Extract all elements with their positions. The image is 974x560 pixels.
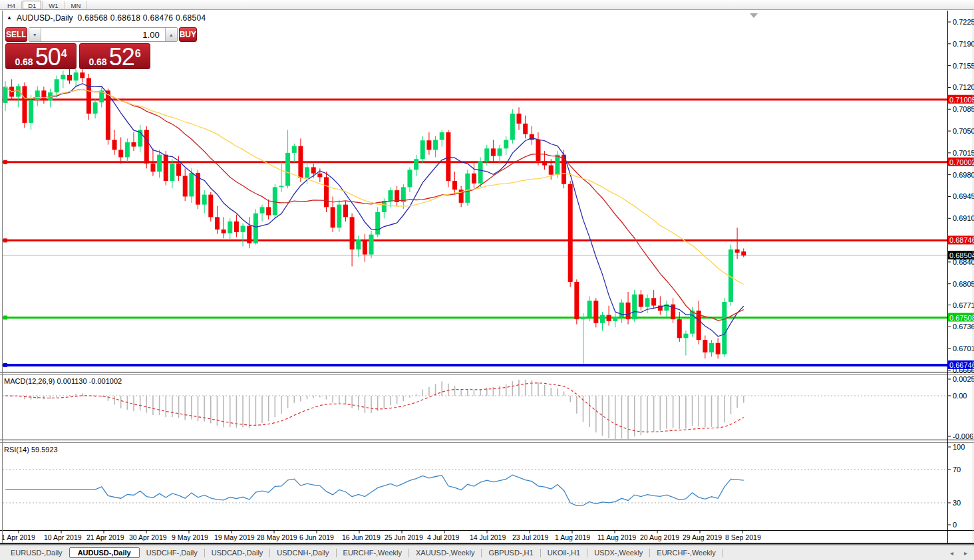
rsi-label: RSI(14) 59.5923 bbox=[4, 446, 58, 454]
svg-text:0.68504: 0.68504 bbox=[949, 251, 974, 259]
toolbar-divider bbox=[86, 1, 87, 9]
volume-input[interactable] bbox=[41, 28, 165, 41]
svg-text:30: 30 bbox=[953, 499, 961, 507]
svg-text:0.72250: 0.72250 bbox=[953, 18, 974, 26]
chart-shift-marker-icon[interactable] bbox=[750, 13, 758, 18]
date-axis[interactable]: 1 Apr 201910 Apr 201921 Apr 201930 Apr 2… bbox=[1, 531, 761, 541]
line-handle[interactable] bbox=[3, 238, 7, 242]
buy-price-big-digits: 52 bbox=[109, 45, 134, 69]
tab-usdcad-daily[interactable]: USDCAD-,Daily bbox=[205, 547, 270, 558]
tab-eurchf-weekly-2[interactable]: EURCHF-,Weekly bbox=[650, 547, 722, 558]
sell-price-pip-digit: 4 bbox=[61, 48, 67, 60]
sell-price-prefix: 0.68 bbox=[15, 57, 33, 67]
svg-text:25 Jun 2019: 25 Jun 2019 bbox=[385, 533, 423, 541]
svg-text:100: 100 bbox=[953, 443, 965, 451]
volume-decrease-icon[interactable]: ▼ bbox=[29, 28, 41, 41]
svg-text:0.71550: 0.71550 bbox=[953, 62, 974, 70]
tab-audusd-daily[interactable]: AUDUSD-,Daily bbox=[69, 547, 140, 558]
tab-scroll-right-icon[interactable]: ▸ bbox=[964, 549, 967, 557]
chart-title: ▲ AUDUSD-,Daily 0.68568 0.68618 0.68476 … bbox=[7, 13, 206, 23]
svg-text:9 May 2019: 9 May 2019 bbox=[172, 533, 208, 541]
svg-text:0.66746: 0.66746 bbox=[949, 361, 974, 369]
buy-price-prefix: 0.68 bbox=[88, 57, 106, 67]
rsi-axis[interactable]: 10070300 bbox=[947, 443, 965, 529]
svg-text:0.70850: 0.70850 bbox=[953, 105, 974, 113]
tab-eurchf-weekly[interactable]: EURCHF-,Weekly bbox=[337, 547, 408, 558]
svg-text:8 Sep 2019: 8 Sep 2019 bbox=[725, 533, 761, 541]
svg-text:19 May 2019: 19 May 2019 bbox=[214, 533, 255, 541]
svg-text:0.71200: 0.71200 bbox=[953, 83, 974, 91]
tab-xauusd-weekly[interactable]: XAUUSD-,Weekly bbox=[409, 547, 481, 558]
timeframe-button-mn[interactable]: MN bbox=[66, 1, 86, 9]
svg-text:MACD(12,26,9) 0.001130 -0.0010: MACD(12,26,9) 0.001130 -0.001002 bbox=[4, 377, 122, 385]
tab-ukoil-h1[interactable]: UKOil-,H1 bbox=[541, 547, 587, 558]
svg-text:20 Aug 2019: 20 Aug 2019 bbox=[640, 533, 679, 541]
svg-text:70: 70 bbox=[953, 466, 961, 474]
svg-text:0.67710: 0.67710 bbox=[953, 301, 974, 309]
macd-signal-line bbox=[5, 383, 744, 432]
timeframe-button-w1[interactable]: W1 bbox=[43, 1, 63, 9]
svg-text:0.71900: 0.71900 bbox=[953, 40, 974, 48]
svg-text:0.67010: 0.67010 bbox=[953, 345, 974, 352]
panel-borders bbox=[0, 11, 974, 545]
svg-text:0.71005: 0.71005 bbox=[949, 96, 974, 104]
svg-text:1 Apr 2019: 1 Apr 2019 bbox=[1, 533, 35, 541]
toolbar-divider bbox=[42, 1, 43, 9]
buy-price-pip-digit: 6 bbox=[135, 48, 141, 60]
macd-label: MACD(12,26,9) 0.001130 -0.001002 bbox=[4, 377, 122, 385]
chart-ohlc-readout: 0.68568 0.68618 0.68476 0.68504 bbox=[78, 13, 206, 23]
svg-text:-0.006326: -0.006326 bbox=[953, 432, 974, 440]
line-handle[interactable] bbox=[3, 363, 7, 367]
toolbar-divider bbox=[65, 1, 65, 9]
toolbar-divider bbox=[21, 1, 22, 9]
tab-usdcnh-daily[interactable]: USDCNH-,Daily bbox=[270, 547, 335, 558]
chart-tab-bar: EURUSD-,Daily AUDUSD-,Daily USDCHF-,Dail… bbox=[0, 545, 974, 560]
sell-price-button[interactable]: 0.68 50 4 bbox=[5, 43, 77, 69]
svg-text:23 Jul 2019: 23 Jul 2019 bbox=[512, 533, 548, 541]
svg-text:14 Jul 2019: 14 Jul 2019 bbox=[470, 533, 506, 541]
svg-text:29 Aug 2019: 29 Aug 2019 bbox=[683, 533, 722, 541]
svg-text:0.67508: 0.67508 bbox=[949, 314, 974, 322]
price-axis[interactable]: 0.722500.719000.715500.712000.708500.705… bbox=[947, 18, 974, 374]
rsi-line bbox=[5, 475, 744, 505]
svg-text:0.70150: 0.70150 bbox=[953, 149, 974, 157]
chart-symbol-label: AUDUSD-,Daily bbox=[17, 13, 73, 23]
tab-usdx-weekly[interactable]: USDX-,Weekly bbox=[587, 547, 649, 558]
tab-scroll-left-icon[interactable]: ◂ bbox=[950, 549, 953, 557]
tab-eurusd-daily[interactable]: EURUSD-,Daily bbox=[4, 547, 69, 558]
sell-price-big-digits: 50 bbox=[35, 45, 61, 69]
svg-text:16 Jun 2019: 16 Jun 2019 bbox=[342, 533, 381, 541]
svg-text:0: 0 bbox=[953, 521, 957, 529]
buy-button[interactable]: BUY bbox=[179, 27, 197, 42]
price-panel bbox=[3, 67, 947, 367]
timeframe-button-h4[interactable]: H4 bbox=[2, 1, 21, 9]
svg-text:4 Jul 2019: 4 Jul 2019 bbox=[427, 533, 460, 541]
line-handle[interactable] bbox=[3, 316, 7, 320]
svg-text:6 Jun 2019: 6 Jun 2019 bbox=[299, 533, 334, 541]
collapse-ohlc-icon[interactable]: ▲ bbox=[7, 15, 12, 21]
svg-text:30 Apr 2019: 30 Apr 2019 bbox=[129, 533, 167, 541]
moving-average-line[interactable] bbox=[5, 87, 744, 285]
timeframe-toolbar: H4 D1 W1 MN bbox=[0, 0, 974, 10]
trading-platform-window: 0.722500.719000.715500.712000.708500.705… bbox=[0, 0, 974, 560]
svg-text:28 May 2019: 28 May 2019 bbox=[257, 533, 297, 541]
svg-text:0.69100: 0.69100 bbox=[953, 214, 974, 222]
svg-text:21 Apr 2019: 21 Apr 2019 bbox=[86, 533, 124, 541]
sell-button[interactable]: SELL bbox=[5, 27, 27, 42]
line-handle[interactable] bbox=[3, 160, 7, 164]
svg-text:0.67360: 0.67360 bbox=[953, 323, 974, 331]
macd-panel bbox=[3, 380, 947, 440]
timeframe-button-d1[interactable]: D1 bbox=[23, 1, 41, 9]
svg-text:0.70002: 0.70002 bbox=[949, 158, 974, 166]
buy-price-button[interactable]: 0.68 52 6 bbox=[79, 43, 150, 69]
tab-scroll-buttons: ◂ ▸ bbox=[950, 549, 967, 557]
svg-text:1 Aug 2019: 1 Aug 2019 bbox=[555, 533, 590, 541]
volume-increase-icon[interactable]: ▲ bbox=[165, 28, 177, 41]
macd-axis[interactable]: 0.0025740.00-0.006326 bbox=[947, 375, 974, 440]
candlesticks bbox=[3, 67, 746, 363]
svg-text:10 Apr 2019: 10 Apr 2019 bbox=[44, 533, 82, 541]
tab-gbpusd-h1[interactable]: GBPUSD-,H1 bbox=[482, 547, 540, 558]
tab-divider bbox=[723, 549, 723, 557]
svg-text:0.002574: 0.002574 bbox=[953, 375, 974, 383]
tab-usdchf-daily[interactable]: USDCHF-,Daily bbox=[140, 547, 204, 558]
